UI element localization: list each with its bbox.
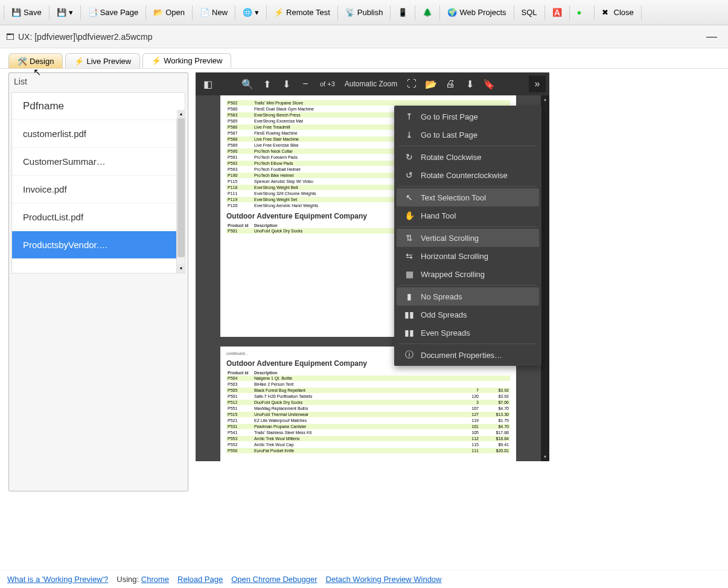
mobile-button[interactable]: 📱 [393, 5, 412, 20]
browser-dropdown[interactable]: 🌐 ▾ [238, 5, 264, 20]
debugger-link[interactable]: Open Chrome Debugger [231, 575, 317, 584]
scroll-down-button[interactable]: ▾ [177, 264, 185, 273]
menu-item[interactable]: ⇆Horizontal Scrolling [397, 247, 539, 265]
even-spreads-icon: ▮▮ [404, 328, 415, 337]
fullscreen-button[interactable]: ⛶ [403, 75, 420, 92]
menu-item[interactable]: ▮▮Even Spreads [397, 324, 539, 342]
tab-working-preview[interactable]: ⚡ Working Preview [142, 53, 231, 68]
table-row: P515UnoFold Thermal Underwear127$13.30 [226, 412, 510, 417]
pdf-scroll-down[interactable]: ▾ [541, 453, 549, 461]
table-row: P505Black Forest Bug Repellant7$3.92 [226, 388, 510, 393]
menu-item[interactable]: ▦Wrapped Scrolling [397, 265, 539, 283]
close-icon: ✖ [602, 8, 611, 18]
table-row: P552Arctic Trek Wool Cap115$9.41 [226, 442, 510, 447]
menu-item[interactable]: ↻Rotate Clockwise [397, 148, 539, 166]
table-row: P521EZ Lite Waterproof Matches119$1.75 [226, 418, 510, 423]
status-button[interactable]: ● [572, 5, 592, 20]
pdf-scrollbar[interactable]: ▴ ▾ [541, 95, 549, 461]
zoom-select[interactable]: Automatic Zoom [341, 80, 401, 88]
save-icon: 💾 [11, 8, 21, 18]
hand-icon: ✋ [404, 211, 415, 220]
menu-separator [399, 145, 537, 146]
open-label: Open [165, 8, 185, 17]
list-box: Pdfname customerlist.pdfCustomerSummar…I… [11, 92, 185, 273]
scroll-thumb[interactable] [177, 118, 185, 257]
publish-button[interactable]: 📡 Publish [340, 5, 388, 20]
window-title: UX: [pdfviewer]\pdfviewer2.a5wcmp [18, 32, 153, 42]
list-item[interactable]: Invoice.pdf [12, 176, 185, 203]
open-file-button[interactable]: 📂 [423, 75, 439, 92]
browser-link[interactable]: Chrome [141, 575, 169, 584]
save-button[interactable]: 💾 Save [7, 5, 46, 20]
page-indicator: of +3 [316, 80, 339, 88]
menu-item-label: Wrapped Scrolling [421, 270, 485, 279]
tab-design[interactable]: 🛠️ Design [8, 53, 63, 68]
vertical-icon: ⇅ [404, 233, 415, 243]
download-button[interactable]: ⬇ [461, 75, 478, 92]
tab-live-preview[interactable]: ⚡ Live Preview [65, 53, 140, 68]
font-button[interactable]: 🅰️ [548, 5, 567, 20]
what-is-link[interactable]: What is a 'Working Preview'? [7, 575, 108, 584]
save-page-button[interactable]: 📑 Save Page [83, 5, 144, 20]
menu-item-label: Vertical Scrolling [421, 234, 479, 243]
sql-button[interactable]: SQL [517, 5, 542, 19]
tools-menu-button[interactable]: » [529, 75, 546, 92]
bookmark-button[interactable]: 🔖 [481, 75, 497, 92]
menu-item[interactable]: ↖Text Selection Tool [397, 188, 539, 206]
pdf-scroll-up[interactable]: ▴ [541, 95, 549, 104]
zoom-out-button[interactable]: − [297, 75, 314, 92]
menu-item[interactable]: ▮No Spreads [397, 287, 539, 305]
menu-item[interactable]: ⤒Go to First Page [397, 107, 539, 126]
window-title-bar: 🗔 UX: [pdfviewer]\pdfviewer2.a5wcmp — [0, 25, 728, 48]
publish-icon: 📡 [345, 8, 355, 18]
minimize-button[interactable]: — [701, 30, 722, 43]
list-item[interactable]: ProductList.pdf [12, 203, 185, 231]
open-button[interactable]: 📂 Open [148, 5, 190, 20]
last-page-icon: ⤓ [404, 130, 415, 139]
editor-tabs: 🛠️ Design ⚡ Live Preview ⚡ Working Previ… [0, 48, 728, 69]
menu-item-label: Rotate Clockwise [421, 153, 481, 162]
close-button[interactable]: ✖ Close [597, 5, 639, 20]
new-label: New [212, 8, 228, 17]
web-projects-button[interactable]: 🌍 Web Projects [442, 5, 511, 20]
scroll-up-button[interactable]: ▴ [177, 110, 185, 118]
save-dropdown-button[interactable]: 💾▾ [52, 5, 78, 20]
window-icon: 🗔 [6, 32, 14, 42]
menu-item-label: Text Selection Tool [421, 193, 486, 202]
menu-item[interactable]: ✋Hand Tool [397, 206, 539, 225]
lightning-icon: ⚡ [74, 57, 84, 66]
page-up-button[interactable]: ⬆ [258, 75, 275, 92]
web-projects-label: Web Projects [459, 8, 506, 17]
pdf-toolbar: ◧ 🔍 ⬆ ⬇ − of +3 Automatic Zoom ⛶ 📂 🖨 ⬇ 🔖… [196, 72, 549, 95]
col-header: Product id [228, 371, 254, 375]
tree-button[interactable]: 🌲 [418, 5, 437, 20]
menu-item[interactable]: ↺Rotate Counterclockwise [397, 166, 539, 184]
menu-item[interactable]: ⇅Vertical Scrolling [397, 229, 539, 247]
reload-link[interactable]: Reload Page [177, 575, 223, 584]
list-item[interactable]: ProductsbyVendor.… [12, 231, 185, 259]
tab-working-label: Working Preview [164, 56, 222, 65]
font-icon: 🅰️ [552, 8, 562, 18]
table-row: P512DuoFold Quick Dry Socks3$7.06 [226, 400, 510, 405]
list-item[interactable]: CustomerSummar… [12, 148, 185, 176]
table-row: P556EuroFat Pocket Knife111$20.01 [226, 448, 510, 453]
menu-item[interactable]: ⓘDocument Properties… [397, 346, 539, 364]
menu-item[interactable]: ⤓Go to Last Page [397, 126, 539, 144]
wrapped-icon: ▦ [404, 269, 415, 279]
detach-link[interactable]: Detach Working Preview Window [326, 575, 442, 584]
design-icon: 🛠️ [18, 57, 27, 66]
using-label: Using: [117, 575, 139, 584]
sidebar-toggle-button[interactable]: ◧ [199, 75, 216, 92]
search-button[interactable]: 🔍 [239, 75, 256, 92]
text-select-icon: ↖ [404, 193, 415, 202]
new-button[interactable]: 📄 New [195, 5, 232, 20]
list-scrollbar[interactable]: ▴ ▾ [176, 118, 185, 273]
menu-item[interactable]: ▮▮Odd Spreads [397, 305, 539, 324]
menu-item-label: Rotate Counterclockwise [421, 171, 508, 180]
status-dot-icon: ● [577, 8, 587, 18]
chrome-icon: 🌐 [243, 8, 252, 18]
remote-test-button[interactable]: ⚡ Remote Test [269, 5, 335, 20]
page-down-button[interactable]: ⬇ [278, 75, 295, 92]
list-item[interactable]: customerlist.pdf [12, 120, 185, 148]
print-button[interactable]: 🖨 [442, 75, 459, 92]
